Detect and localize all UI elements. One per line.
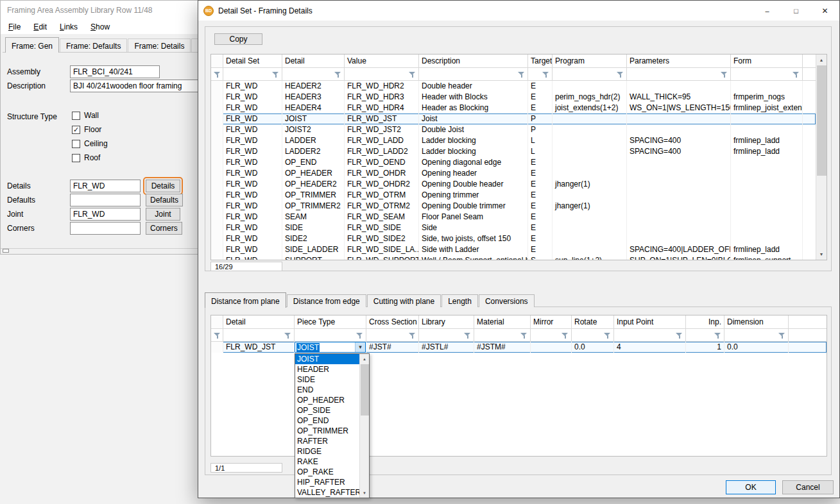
filter-cell-description[interactable]: [419, 68, 528, 80]
cell[interactable]: SEAM: [282, 212, 345, 223]
tab-frame-details[interactable]: Frame: Details: [128, 38, 191, 52]
cell[interactable]: FLR_WD: [223, 157, 282, 168]
cell[interactable]: FLR_WD_OHDR2: [345, 179, 419, 190]
filter-cell-dimension[interactable]: [724, 329, 789, 341]
cell[interactable]: E: [528, 244, 553, 255]
filter-icon[interactable]: [714, 332, 721, 339]
column-header-detail-set[interactable]: Detail Set: [223, 55, 282, 67]
column-header-program[interactable]: Program: [553, 55, 627, 67]
table-row[interactable]: FLR_WDLADDER2FLR_WD_LADD2Ladder blocking…: [211, 146, 816, 157]
cell[interactable]: [731, 233, 803, 244]
cell[interactable]: FLR_WD: [223, 212, 282, 223]
cell[interactable]: E: [528, 223, 553, 233]
column-header-piece-type[interactable]: Piece Type: [295, 315, 366, 328]
table-row[interactable]: FLR_WDHEADER4FLR_WD_HDR4Header as Blocki…: [211, 103, 816, 113]
cell[interactable]: FLR_WD_LADD2: [345, 146, 419, 157]
filter-icon[interactable]: [214, 71, 221, 78]
cell[interactable]: [731, 179, 803, 190]
cell[interactable]: L: [528, 135, 553, 146]
cell[interactable]: jhanger(1): [553, 179, 627, 190]
cell[interactable]: JOIST: [282, 113, 345, 124]
dropdown-item-op-side[interactable]: OP_SIDE: [295, 405, 359, 416]
cell[interactable]: [553, 212, 627, 223]
filter-icon[interactable]: [284, 332, 291, 339]
filter-cell-value[interactable]: [345, 68, 419, 80]
cell[interactable]: perim_nogs_hdr(2): [553, 92, 627, 103]
cell[interactable]: OP_END: [282, 157, 345, 168]
cell[interactable]: FLR_WD_OTRM: [345, 190, 419, 201]
row-selector-cell[interactable]: [211, 103, 223, 113]
filter-cell-detail-set[interactable]: [223, 68, 282, 80]
dialog-titlebar[interactable]: BD Detail Set - Framing Details – □ ✕: [198, 1, 839, 21]
cell[interactable]: SUP_ON=1|SUP_LEN=0|BLO...: [627, 255, 731, 260]
menu-edit[interactable]: Edit: [27, 21, 53, 33]
filter-icon[interactable]: [778, 332, 785, 339]
filter-icon[interactable]: [721, 71, 728, 78]
filter-cell-form[interactable]: [731, 68, 803, 80]
scroll-up-icon[interactable]: ▲: [816, 55, 827, 65]
cell[interactable]: FLR_WD_JST2: [345, 124, 419, 135]
cell[interactable]: Floor Panel Seam: [419, 212, 528, 223]
cell[interactable]: SIDE_LADDER: [282, 244, 345, 255]
cell[interactable]: FLR_WD: [223, 233, 282, 244]
row-selector-cell[interactable]: [211, 212, 223, 223]
table-row[interactable]: FLR_WDOP_TRIMMER2FLR_WD_OTRM2Opening Dou…: [211, 201, 816, 212]
cell[interactable]: E: [528, 179, 553, 190]
cell[interactable]: E: [528, 81, 553, 92]
cell[interactable]: [531, 342, 572, 353]
filter-cell-input-point[interactable]: [614, 329, 686, 341]
cell[interactable]: Side, two joists, offset 150: [419, 233, 528, 244]
cell[interactable]: FLR_WD: [223, 103, 282, 113]
cell[interactable]: [627, 233, 731, 244]
cell[interactable]: S: [528, 255, 553, 260]
cell[interactable]: FLR_WD: [223, 146, 282, 157]
cell[interactable]: [627, 223, 731, 233]
filter-icon[interactable]: [520, 332, 527, 339]
scroll-down-icon[interactable]: ▼: [360, 488, 369, 498]
joint-button[interactable]: Joint: [146, 208, 180, 221]
column-header-material[interactable]: Material: [474, 315, 531, 328]
cell[interactable]: WS_ON=1|WS_LENGTH=150|...: [627, 103, 731, 113]
cell[interactable]: [553, 124, 627, 135]
cell[interactable]: [553, 244, 627, 255]
filter-cell-detail[interactable]: [282, 68, 345, 80]
tab-distance-from-edge[interactable]: Distance from edge: [287, 294, 366, 307]
cell[interactable]: FLR_WD: [223, 168, 282, 179]
cell[interactable]: frmlinep_ladd: [731, 244, 803, 255]
cell[interactable]: [731, 168, 803, 179]
field-input-joint[interactable]: FLR_WD: [70, 208, 141, 221]
filter-cell-mirror[interactable]: [531, 329, 572, 341]
tab-frame-defaults[interactable]: Frame: Defaults: [60, 38, 127, 52]
cell[interactable]: [731, 81, 803, 92]
main-grid-scrollbar[interactable]: ▲ ▼: [816, 55, 827, 260]
filter-icon[interactable]: [542, 71, 549, 78]
structure-option-wall[interactable]: Wall: [72, 108, 108, 122]
cell[interactable]: FLR_WD_JST: [223, 342, 295, 353]
filter-cell-parameters[interactable]: [627, 68, 731, 80]
filter-icon[interactable]: [356, 332, 363, 339]
cell[interactable]: OP_TRIMMER2: [282, 201, 345, 212]
filter-icon[interactable]: [272, 71, 279, 78]
cell[interactable]: joist_extends(1+2): [553, 103, 627, 113]
row-selector-cell[interactable]: [211, 223, 223, 233]
dropdown-item-rafter[interactable]: RAFTER: [295, 436, 359, 446]
row-selector-cell[interactable]: [211, 168, 223, 179]
table-row[interactable]: FLR_WDJOIST2FLR_WD_JST2Double JoistP: [211, 124, 816, 135]
row-selector-cell[interactable]: [211, 157, 223, 168]
column-header-target[interactable]: Target: [528, 55, 553, 67]
filter-cell-rotate[interactable]: [572, 329, 614, 341]
combo-dropdown-button[interactable]: ▾: [355, 342, 365, 352]
cell[interactable]: Opening Double trimmer: [419, 201, 528, 212]
filter-icon[interactable]: [617, 71, 624, 78]
column-header-detail[interactable]: Detail: [223, 315, 295, 328]
cell[interactable]: Side with Ladder: [419, 244, 528, 255]
cell[interactable]: [627, 179, 731, 190]
column-header-input-point[interactable]: Input Point: [614, 315, 686, 328]
cell[interactable]: [627, 168, 731, 179]
cell[interactable]: LADDER: [282, 135, 345, 146]
cell[interactable]: SPACING=400|LADDER_OFF...: [627, 244, 731, 255]
cell[interactable]: E: [528, 212, 553, 223]
cell[interactable]: [731, 113, 803, 124]
tab-distance-from-plane[interactable]: Distance from plane: [205, 292, 286, 308]
row-selector-cell[interactable]: [211, 146, 223, 157]
